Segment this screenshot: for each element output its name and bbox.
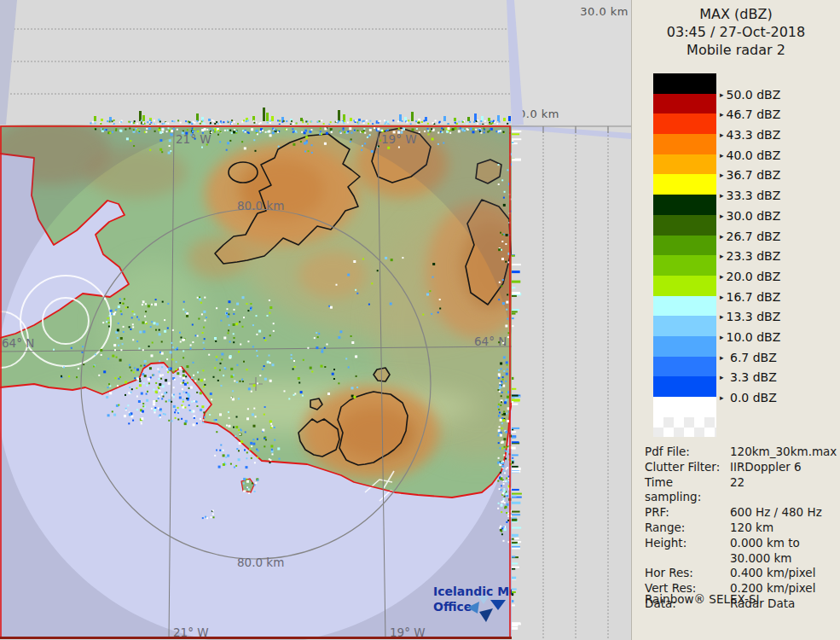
info-row: PRF:600 Hz / 480 Hz <box>645 505 834 521</box>
height-profile-panel <box>0 0 512 125</box>
map-label: 21° W <box>176 132 211 146</box>
scale-row: ▸40.0 dBZ <box>653 134 832 154</box>
scale-row: ▸20.0 dBZ <box>653 255 832 276</box>
scale-swatch <box>653 336 716 357</box>
profile-gridlines <box>0 29 512 94</box>
scale-row <box>653 397 832 417</box>
profile-axis-corner: 30.0 km 0.0 km <box>512 0 631 125</box>
product-title: MAX (dBZ) <box>632 5 840 23</box>
scale-swatch <box>653 113 716 134</box>
scale-row: ▸36.7 dBZ <box>653 154 832 175</box>
logo-text-line1: Icelandic Met <box>433 585 512 598</box>
scale-swatch <box>653 357 716 377</box>
scale-swatch <box>653 236 716 256</box>
scale-swatch <box>653 134 716 154</box>
info-value: 30.000 km <box>730 551 834 567</box>
radar-application-window: { "panel": { "title": "MAX (dBZ)", "date… <box>0 0 840 640</box>
info-value: 120 km <box>730 521 834 536</box>
scale-row: ▸ 0.0 dBZ <box>653 376 832 397</box>
scale-row: ▸23.3 dBZ <box>653 236 832 256</box>
scale-swatch <box>653 73 716 94</box>
profile-echo-bars <box>90 108 512 125</box>
legend-panel: MAX (dBZ) 03:45 / 27-Oct-2018 Mobile rad… <box>631 0 840 640</box>
scale-swatch <box>653 174 716 195</box>
side-profile-panel <box>512 125 631 640</box>
legend-title-block: MAX (dBZ) 03:45 / 27-Oct-2018 Mobile rad… <box>632 0 840 59</box>
info-value: 0.400 km/pixel <box>730 566 834 581</box>
info-row: Range:120 km <box>645 521 834 536</box>
scale-swatch <box>653 154 716 175</box>
info-label: Height: <box>645 536 730 551</box>
scale-row: ▸43.3 dBZ <box>653 113 832 134</box>
map-label: 19° W <box>381 132 417 146</box>
map-label: 80.0 km <box>237 199 284 212</box>
info-value: 600 Hz / 480 Hz <box>730 505 834 521</box>
scale-row: ▸ 3.3 dBZ <box>653 357 832 377</box>
scale-row: ▸10.0 dBZ <box>653 316 832 336</box>
side-echo-bars <box>512 131 522 630</box>
panel-separator-wedge <box>505 0 527 125</box>
product-info-block: Pdf File:120km_30km.maxClutter Filter:II… <box>645 445 834 612</box>
scale-swatch <box>653 94 716 114</box>
logo-text-line2: Office <box>433 600 472 614</box>
info-value: 120km_30km.max <box>730 445 837 460</box>
info-value: IIRDoppler 6 <box>730 460 834 475</box>
software-brand: Rainbow® SELEX-SI <box>645 592 759 606</box>
info-row: Time sampling:22 <box>645 475 834 506</box>
scale-row <box>653 417 832 438</box>
map-label: 80.0 km <box>237 556 284 569</box>
scale-row: ▸16.7 dBZ <box>653 276 832 296</box>
radar-map-area[interactable]: 21° W19° W21° W19° W64° N64° N80.0 km80.… <box>0 125 512 640</box>
info-row: Hor Res:0.400 km/pixel <box>645 566 834 581</box>
scan-datetime: 03:45 / 27-Oct-2018 <box>632 23 840 41</box>
scale-swatch <box>653 397 716 417</box>
height-profile-plot <box>0 0 512 125</box>
scale-swatch <box>653 296 716 317</box>
radar-name: Mobile radar 2 <box>632 41 840 59</box>
info-label: Time sampling: <box>645 475 730 506</box>
radar-map[interactable]: 21° W19° W21° W19° W64° N64° N80.0 km80.… <box>0 125 512 640</box>
info-label: Clutter Filter: <box>645 460 730 475</box>
height-axis-max-label: 30.0 km <box>580 5 629 18</box>
side-profile-plot <box>512 125 631 640</box>
scale-row: ▸46.7 dBZ <box>653 94 832 114</box>
info-row: Clutter Filter:IIRDoppler 6 <box>645 460 834 475</box>
scale-row: ▸33.3 dBZ <box>653 174 832 195</box>
scale-row: ▸26.7 dBZ <box>653 215 832 236</box>
side-gridlines <box>512 126 631 640</box>
panel-corner-wedge-left <box>0 0 17 125</box>
info-label: Pdf File: <box>645 445 730 460</box>
info-value: 0.000 km to <box>730 536 834 551</box>
info-label <box>645 551 730 567</box>
dbz-color-scale: ▸50.0 dBZ▸46.7 dBZ▸43.3 dBZ▸40.0 dBZ▸36.… <box>653 73 832 437</box>
scale-row: ▸13.3 dBZ <box>653 296 832 317</box>
scale-swatch <box>653 215 716 236</box>
scale-swatch <box>653 195 716 215</box>
scale-swatch <box>653 376 716 397</box>
info-value: 22 <box>730 475 834 506</box>
scale-swatch <box>653 276 716 296</box>
info-row: Height:0.000 km to <box>645 536 834 551</box>
scale-row: ▸30.0 dBZ <box>653 195 832 215</box>
scale-row: ▸50.0 dBZ <box>653 73 832 94</box>
scale-swatch <box>653 255 716 276</box>
scale-swatch <box>653 316 716 336</box>
info-label: Range: <box>645 521 730 536</box>
map-label: 64° N <box>474 335 507 348</box>
info-row: 30.000 km <box>645 551 834 567</box>
map-label: 64° N <box>2 336 34 350</box>
scale-row: ▸ 6.7 dBZ <box>653 336 832 357</box>
info-label: Hor Res: <box>645 566 730 581</box>
scale-swatch-transparent <box>653 417 716 438</box>
info-label: PRF: <box>645 505 730 521</box>
info-row: Pdf File:120km_30km.max <box>645 445 834 460</box>
panel-corner-wedge-top <box>512 125 631 139</box>
